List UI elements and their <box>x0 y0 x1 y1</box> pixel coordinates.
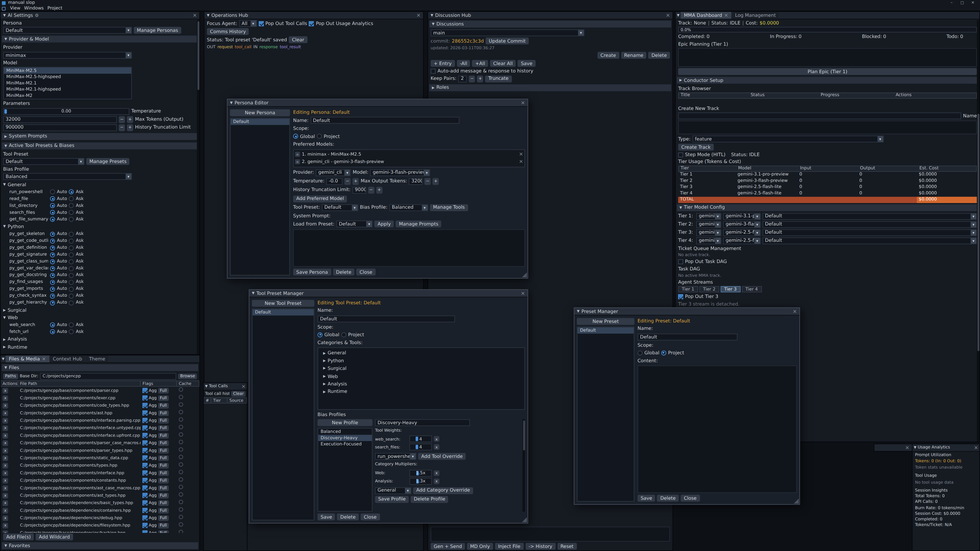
ask-radio[interactable] <box>69 286 74 292</box>
chevron-down-icon[interactable] <box>78 159 84 164</box>
cache-indicator[interactable] <box>179 440 183 445</box>
full-button[interactable]: Full <box>158 508 169 513</box>
remove-file-button[interactable]: x <box>3 523 8 528</box>
pop-out-usage-checkbox[interactable] <box>309 21 314 26</box>
truncate-button[interactable]: Truncate <box>485 75 512 82</box>
category-override-select[interactable]: General <box>375 487 411 494</box>
agg-checkbox[interactable] <box>142 410 148 416</box>
scrollbar-thumb[interactable] <box>523 421 525 451</box>
global-radio[interactable] <box>293 134 298 139</box>
scrollbar[interactable] <box>522 419 525 512</box>
chevron-down-icon[interactable] <box>578 30 584 36</box>
manage-prompts-button[interactable]: Manage Prompts <box>396 221 442 227</box>
tier-model-select[interactable]: gemini-3-flash-preview <box>723 221 760 228</box>
remove-file-button[interactable]: x <box>3 508 8 513</box>
ask-radio[interactable] <box>69 322 74 327</box>
agg-checkbox[interactable] <box>142 486 148 491</box>
auto-radio[interactable] <box>50 245 55 250</box>
agg-checkbox[interactable] <box>142 418 148 423</box>
minimize-button[interactable] <box>949 0 955 5</box>
full-button[interactable]: Full <box>158 462 169 468</box>
close-dialog-button[interactable]: Close <box>681 495 700 502</box>
max-tokens-input[interactable]: 32000 <box>3 116 117 123</box>
list-item[interactable]: Default <box>252 309 313 315</box>
ask-radio[interactable] <box>69 210 74 215</box>
auto-radio[interactable] <box>50 273 55 278</box>
collapse-arrow-icon[interactable] <box>914 445 916 450</box>
chevron-down-icon[interactable] <box>715 213 721 219</box>
stream-tab[interactable]: Tier 3 <box>721 286 740 292</box>
chevron-down-icon[interactable] <box>970 238 976 243</box>
discussions-header[interactable]: Discussions <box>429 21 671 27</box>
full-button[interactable]: Full <box>158 440 169 446</box>
remove-file-button[interactable]: x <box>3 448 8 453</box>
save-button[interactable]: Save <box>638 495 655 502</box>
add-files-button[interactable]: Add File(s) <box>3 534 34 540</box>
comms-history-button[interactable]: Comms History <box>207 28 249 35</box>
decrement-button[interactable] <box>345 178 351 185</box>
remove-file-button[interactable]: x <box>3 455 8 461</box>
system-prompts-header[interactable]: System Prompts <box>2 133 198 140</box>
agg-checkbox[interactable] <box>142 403 148 408</box>
tier-model-select[interactable]: gemini-2.5-flash-lite <box>723 229 760 236</box>
conductor-setup-header[interactable]: Conductor Setup <box>677 77 978 84</box>
ask-radio[interactable] <box>69 279 74 285</box>
collapse-arrow-icon[interactable] <box>252 291 255 295</box>
agg-checkbox[interactable] <box>142 523 148 528</box>
menu-item[interactable]: View <box>8 6 22 11</box>
close-icon[interactable] <box>974 445 978 450</box>
rename-discussion-button[interactable]: Rename <box>621 52 646 59</box>
cache-indicator[interactable] <box>179 508 183 512</box>
agg-checkbox[interactable] <box>142 441 148 446</box>
full-button[interactable]: Full <box>158 410 169 416</box>
close-dialog-button[interactable]: Close <box>361 513 380 520</box>
ai-settings-titlebar[interactable]: AI Settings <box>0 12 199 19</box>
close-tab-icon[interactable] <box>42 356 46 362</box>
chevron-down-icon[interactable] <box>405 487 410 493</box>
clear-all-button[interactable]: Clear All <box>490 60 516 67</box>
agg-checkbox[interactable] <box>142 463 148 468</box>
new-profile-button[interactable]: New Profile <box>318 419 372 426</box>
agg-checkbox[interactable] <box>142 433 148 438</box>
agg-checkbox[interactable] <box>142 426 148 430</box>
apply-button[interactable]: Apply <box>374 221 394 227</box>
collapse-arrow-icon[interactable] <box>577 309 579 313</box>
stream-tab[interactable]: Tier 2 <box>699 286 719 292</box>
collapse-all-button[interactable]: -All <box>457 60 470 67</box>
cache-indicator[interactable] <box>179 433 183 437</box>
cache-indicator[interactable] <box>179 478 183 482</box>
decrement-button[interactable] <box>368 186 374 193</box>
list-item[interactable]: Default <box>231 119 290 125</box>
full-button[interactable]: Full <box>158 485 169 491</box>
scrollbar[interactable] <box>197 20 199 354</box>
favorites-header[interactable]: Favorites <box>2 542 198 549</box>
close-dialog-button[interactable]: Close <box>356 268 375 275</box>
list-item[interactable]: Default <box>578 327 634 333</box>
full-button[interactable]: Full <box>158 500 169 506</box>
tier-provider-select[interactable]: gemini <box>696 221 721 228</box>
chevron-down-icon[interactable] <box>754 213 760 219</box>
ask-radio[interactable] <box>69 273 74 278</box>
tab[interactable]: Files & Media <box>6 355 49 362</box>
base-dir-input[interactable]: C:/projects/gencpp <box>40 373 177 380</box>
track-type-select[interactable]: feature <box>692 135 883 142</box>
remove-file-button[interactable]: x <box>3 478 8 483</box>
delete-discussion-button[interactable]: Delete <box>648 52 670 59</box>
category-toggle[interactable]: Web <box>319 372 523 380</box>
auto-radio[interactable] <box>50 238 55 243</box>
list-item[interactable]: Execution-Focused <box>318 441 372 448</box>
ask-radio[interactable] <box>69 196 74 201</box>
global-radio[interactable] <box>638 350 643 355</box>
provider-select[interactable]: gemini_cli <box>316 169 351 176</box>
auto-radio[interactable] <box>50 203 55 208</box>
save-persona-button[interactable]: Save Persona <box>293 268 331 275</box>
new-preset-button[interactable]: New Preset <box>577 318 634 325</box>
provider-select[interactable]: minimax <box>3 52 132 59</box>
resize-grip[interactable] <box>522 272 527 278</box>
scrollbar-thumb[interactable] <box>977 114 979 351</box>
increment-button[interactable] <box>433 178 439 185</box>
ask-radio[interactable] <box>69 329 74 334</box>
chevron-down-icon[interactable] <box>424 170 430 175</box>
operations-hub-titlebar[interactable]: Operations Hub <box>204 12 423 19</box>
collapse-arrow-icon[interactable] <box>677 13 679 17</box>
